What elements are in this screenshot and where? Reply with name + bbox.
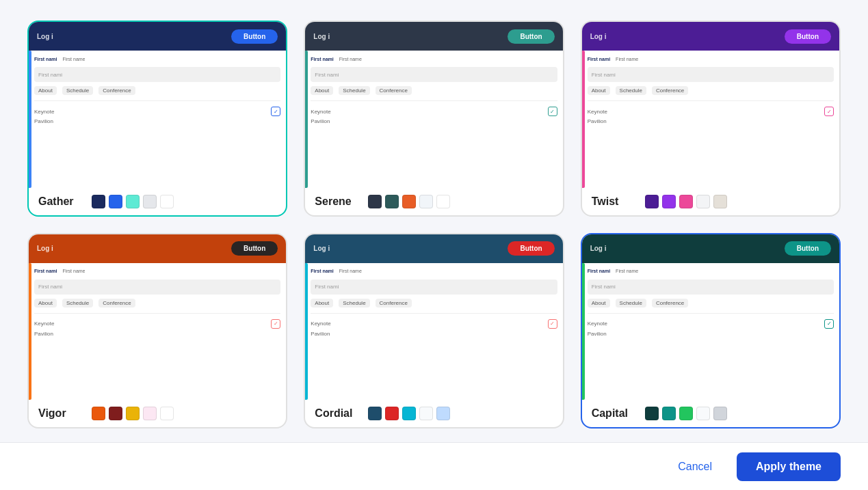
preview-cta-button: Button: [785, 241, 831, 256]
pavilion-label: Pavilion: [311, 331, 330, 337]
preview-cta-button: Button: [785, 29, 831, 44]
keynote-label: Keynote: [311, 321, 330, 327]
preview-login-text: Log i: [590, 245, 607, 252]
swatch-cordial-3: [419, 407, 433, 420]
swatch-serene-0: [368, 195, 382, 208]
themes-grid: Log i Button First nami First name First…: [0, 0, 868, 442]
swatch-vigor-3: [143, 407, 157, 420]
keynote-label: Keynote: [34, 321, 54, 327]
theme-name-vigor: Vigor: [38, 407, 86, 420]
preview-firstname-bar: First nami First name: [29, 51, 286, 67]
preview-divider: [311, 313, 557, 314]
tab-about: About: [311, 299, 333, 308]
theme-card-vigor[interactable]: Log i Button First nami First name First…: [27, 233, 287, 429]
preview-content: First nami First name First nami About S…: [582, 51, 839, 188]
preview-divider: [588, 100, 834, 101]
preview-firstname-input: First nami: [34, 280, 280, 295]
color-swatches-gather: [92, 195, 174, 208]
preview-login-text: Log i: [313, 245, 330, 252]
preview-cta-button: Button: [508, 29, 554, 44]
pavilion-label: Pavilion: [34, 331, 53, 337]
theme-card-cordial[interactable]: Log i Button First nami First name First…: [304, 233, 564, 429]
cancel-button[interactable]: Cancel: [664, 454, 726, 480]
preview-firstname-input: First nami: [588, 67, 834, 82]
preview-login-text: Log i: [37, 33, 53, 40]
tab-about: About: [34, 86, 57, 95]
preview-login-text: Log i: [313, 33, 330, 40]
theme-preview-cordial: Log i Button First nami First name First…: [305, 234, 562, 400]
preview-firstname-bar: First nami First name: [29, 263, 286, 280]
preview-firstname-input: First nami: [311, 280, 557, 295]
theme-footer-vigor: Vigor: [29, 400, 286, 427]
preview-firstname-bar: First nami First name: [305, 51, 562, 67]
preview-content: First nami First name First nami About S…: [582, 263, 839, 400]
keynote-label: Keynote: [588, 321, 607, 327]
sidebar-accent: [29, 51, 31, 188]
theme-card-capital[interactable]: Log i Button First nami First name First…: [581, 233, 841, 429]
swatch-capital-0: [645, 407, 659, 420]
apply-theme-button[interactable]: Apply theme: [737, 452, 841, 481]
tab-schedule: Schedule: [339, 299, 369, 308]
preview-item-keynote: Keynote ✓: [588, 319, 834, 329]
preview-tabs: About Schedule Conference: [29, 297, 286, 310]
theme-footer-serene: Serene: [305, 188, 562, 215]
theme-preview-gather: Log i Button First nami First name First…: [29, 22, 286, 188]
tab-about: About: [34, 299, 57, 308]
preview-divider: [588, 313, 834, 314]
theme-preview-vigor: Log i Button First nami First name First…: [29, 234, 286, 400]
preview-item-pavilion: Pavilion: [34, 331, 280, 337]
preview-items: Keynote ✓ Pavilion: [29, 104, 286, 127]
theme-name-serene: Serene: [315, 195, 363, 208]
swatch-capital-3: [696, 407, 710, 420]
keynote-check: ✓: [824, 107, 834, 116]
preview-tabs: About Schedule Conference: [305, 85, 562, 98]
keynote-label: Keynote: [588, 109, 607, 115]
preview-item-keynote: Keynote ✓: [311, 107, 557, 116]
pavilion-label: Pavilion: [311, 118, 330, 124]
preview-items: Keynote ✓ Pavilion: [305, 316, 562, 340]
swatch-gather-2: [126, 195, 140, 208]
theme-name-twist: Twist: [592, 195, 640, 208]
color-swatches-serene: [368, 195, 450, 208]
preview-login-text: Log i: [590, 33, 607, 40]
swatch-serene-2: [402, 195, 416, 208]
theme-card-serene[interactable]: Log i Button First nami First name First…: [304, 21, 564, 217]
swatch-capital-1: [662, 407, 676, 420]
theme-footer-cordial: Cordial: [305, 400, 562, 427]
preview-item-pavilion: Pavilion: [588, 331, 834, 337]
swatch-vigor-2: [126, 407, 140, 420]
preview-topbar: Log i Button: [305, 234, 562, 263]
preview-firstname-bar: First nami First name: [582, 263, 839, 280]
bottom-bar: Cancel Apply theme: [0, 442, 868, 490]
keynote-label: Keynote: [34, 109, 54, 115]
sidebar-accent: [29, 263, 31, 400]
preview-item-keynote: Keynote ✓: [588, 107, 834, 116]
preview-topbar: Log i Button: [29, 22, 286, 51]
theme-card-twist[interactable]: Log i Button First nami First name First…: [581, 21, 841, 217]
tab-about: About: [588, 86, 610, 95]
tab-conference: Conference: [98, 299, 135, 308]
swatch-twist-1: [662, 195, 676, 208]
preview-items: Keynote ✓ Pavilion: [582, 316, 839, 340]
swatch-capital-2: [679, 407, 693, 420]
theme-footer-gather: Gather: [29, 188, 286, 215]
swatch-cordial-1: [385, 407, 399, 420]
color-swatches-vigor: [92, 407, 174, 420]
preview-divider: [311, 100, 557, 101]
keynote-check: ✓: [548, 319, 557, 329]
preview-tabs: About Schedule Conference: [305, 297, 562, 310]
keynote-check: ✓: [271, 319, 280, 329]
preview-content: First nami First name First nami About S…: [305, 51, 562, 188]
sidebar-accent: [582, 263, 585, 400]
swatch-gather-4: [160, 195, 174, 208]
preview-cta-button: Button: [231, 241, 278, 256]
theme-footer-twist: Twist: [582, 188, 839, 215]
swatch-gather-0: [92, 195, 105, 208]
theme-footer-capital: Capital: [582, 400, 839, 427]
sidebar-accent: [305, 263, 308, 400]
tab-conference: Conference: [652, 299, 688, 308]
swatch-serene-4: [436, 195, 450, 208]
theme-card-gather[interactable]: Log i Button First nami First name First…: [27, 21, 287, 217]
keynote-check: ✓: [824, 319, 834, 329]
tab-about: About: [588, 299, 610, 308]
